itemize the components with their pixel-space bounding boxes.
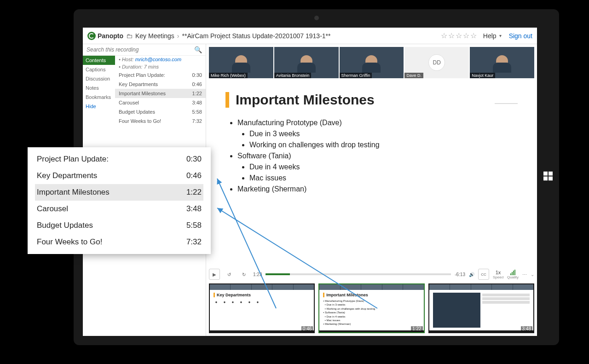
forward-10-button[interactable]: ↻ <box>238 269 249 280</box>
rewind-10-button[interactable]: ↺ <box>224 269 235 280</box>
current-slide: Important Milestones Manufacturing Proto… <box>209 81 534 265</box>
svg-rect-0 <box>543 172 548 176</box>
rating-stars[interactable]: ☆ ☆ ☆ ☆ ☆ <box>441 31 477 40</box>
participant-row: Mike Rich (Webex) Avitania Bronstein She… <box>209 47 534 78</box>
slide-thumbnail[interactable]: Key Departments 0:46 <box>209 283 315 333</box>
slide-thumbnails: Key Departments 0:46 Important Milestone… <box>209 283 534 333</box>
callout-item[interactable]: Important Milestones1:22 <box>35 184 203 201</box>
search-input[interactable] <box>87 46 194 53</box>
slide-thumbnail[interactable]: 3:48 <box>428 283 534 333</box>
remaining-time: -6:13 <box>455 272 465 277</box>
windows-logo-icon <box>543 172 553 183</box>
slide-bullet: Mac issues <box>249 174 518 182</box>
toc-item[interactable]: Carousel3:48 <box>115 98 206 107</box>
tab-contents[interactable]: Contents <box>83 56 115 65</box>
svg-rect-2 <box>543 177 548 181</box>
star-icon[interactable]: ☆ <box>441 31 447 40</box>
cc-button[interactable]: CC <box>478 269 489 280</box>
star-icon[interactable]: ☆ <box>448 31 455 40</box>
chevron-down-icon: ▾ <box>499 33 502 38</box>
slide-title: Important Milestones <box>225 92 518 108</box>
callout-item[interactable]: Four Weeks to Go!7:32 <box>35 234 203 250</box>
speed-control[interactable]: 1xSpeed <box>493 270 503 279</box>
callout-item[interactable]: Budget Updates5:58 <box>35 217 203 234</box>
callout-item[interactable]: Carousel3:48 <box>35 201 203 217</box>
slide-divider <box>495 103 518 104</box>
folder-icon: 🗀 <box>126 32 133 40</box>
participant-tile[interactable]: Sherman Griffin <box>340 47 404 78</box>
slide-bullet: Due in 3 weeks <box>249 130 518 138</box>
tab-notes[interactable]: Notes <box>83 83 115 92</box>
participant-tile[interactable]: Avitania Bronstein <box>274 47 339 78</box>
participant-tile[interactable]: Mike Rich (Webex) <box>209 47 273 78</box>
chevron-right-icon: › <box>177 32 179 40</box>
svg-rect-1 <box>549 172 553 176</box>
meta-duration: • Duration: 7 mins <box>115 63 206 70</box>
toc-item[interactable]: Key Departments0:46 <box>115 80 206 89</box>
participant-tile[interactable]: Navjot Kaur <box>470 47 534 78</box>
tab-discussion[interactable]: Discussion <box>83 74 115 83</box>
progress-bar[interactable] <box>266 273 451 275</box>
tab-hide[interactable]: Hide <box>83 102 115 111</box>
breadcrumb-folder[interactable]: Key Meetings <box>135 32 174 40</box>
quality-control[interactable]: Quality <box>507 270 519 279</box>
slide-bullet: Manufacturing Prototype (Dave) <box>237 119 518 127</box>
top-bar: Panopto 🗀 Key Meetings › **AirCam Projec… <box>83 28 537 44</box>
toc-item[interactable]: Budget Updates5:58 <box>115 107 206 116</box>
toc-item[interactable]: Four Weeks to Go!7:32 <box>115 116 206 126</box>
slide-bullet: Software (Tania) <box>237 152 518 160</box>
tablet-camera <box>314 16 319 20</box>
slide-bullet: Working on challenges with drop testing <box>249 141 518 149</box>
volume-icon[interactable]: 🔊 <box>469 272 474 277</box>
slide-bullet: Due in 4 weeks <box>249 163 518 171</box>
breadcrumb-title: **AirCam Project Status Update-20201007 … <box>182 32 331 40</box>
signout-link[interactable]: Sign out <box>509 32 532 40</box>
help-menu[interactable]: Help <box>483 32 497 40</box>
collapse-icon[interactable]: ⌄ <box>531 272 534 277</box>
main-content: Mike Rich (Webex) Avitania Bronstein She… <box>206 44 537 336</box>
slide-thumbnail[interactable]: Important Milestones • Manufacturing Pro… <box>318 283 424 333</box>
callout-item[interactable]: Key Departments0:46 <box>35 168 203 184</box>
panopto-logo[interactable]: Panopto <box>87 32 123 40</box>
meta-host: • Host: mrich@contoso.com <box>115 56 206 63</box>
toc-callout: Project Plan Update:0:30 Key Departments… <box>28 147 211 254</box>
toc-item[interactable]: Project Plan Update:0:30 <box>115 70 206 80</box>
star-icon[interactable]: ☆ <box>463 31 469 40</box>
player-controls: ▶ ↺ ↻ 1:23 -6:13 🔊 CC 1xSpeed Quality ⋯ … <box>209 268 534 281</box>
more-menu-icon[interactable]: ⋯ <box>522 272 527 277</box>
panopto-logo-icon <box>87 32 96 40</box>
search-row: 🔍 <box>83 44 206 56</box>
play-button[interactable]: ▶ <box>209 269 220 280</box>
svg-rect-3 <box>549 177 553 181</box>
host-email-link[interactable]: mrich@contoso.com <box>135 57 181 62</box>
brand-text: Panopto <box>98 32 123 40</box>
callout-item[interactable]: Project Plan Update:0:30 <box>35 151 203 168</box>
star-icon[interactable]: ☆ <box>456 31 462 40</box>
toc-item[interactable]: Important Milestones1:22 <box>115 89 206 98</box>
star-icon[interactable]: ☆ <box>470 31 477 40</box>
tab-bookmarks[interactable]: Bookmarks <box>83 92 115 102</box>
participant-tile[interactable]: DDDave D. <box>404 47 469 78</box>
search-icon[interactable]: 🔍 <box>194 46 202 53</box>
current-time: 1:23 <box>253 272 262 277</box>
tab-captions[interactable]: Captions <box>83 65 115 74</box>
slide-bullet: Marketing (Sherman) <box>237 185 518 193</box>
